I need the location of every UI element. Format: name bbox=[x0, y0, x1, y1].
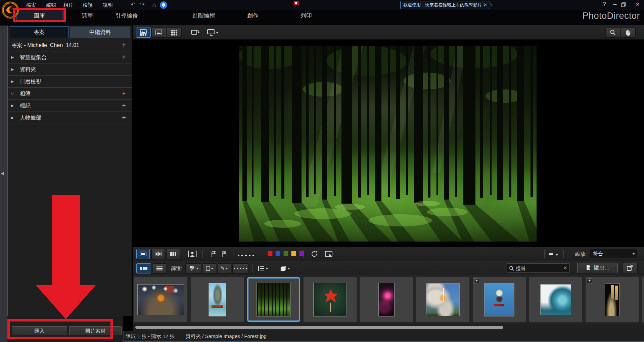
settings-gear-icon[interactable]: ☼ bbox=[150, 0, 158, 10]
thumbnail-basketball-dunk[interactable] bbox=[134, 277, 187, 322]
thumbnail-forest-selected[interactable] bbox=[247, 277, 300, 322]
open-external-window-button[interactable] bbox=[622, 263, 638, 273]
add-icon[interactable]: + bbox=[121, 88, 127, 99]
filter-flags-button[interactable] bbox=[185, 263, 201, 273]
menu-photo[interactable]: 相片 bbox=[61, 0, 75, 10]
secondary-monitor-button[interactable] bbox=[204, 28, 222, 38]
expand-arrow-icon[interactable]: ▶ bbox=[11, 63, 16, 75]
tab-library[interactable]: 圖庫 bbox=[16, 11, 62, 21]
expand-arrow-icon[interactable]: ▶ bbox=[11, 51, 16, 63]
add-icon[interactable]: + bbox=[121, 39, 127, 51]
thumbnail-rocket-launch[interactable] bbox=[416, 277, 469, 322]
expand-arrow-icon[interactable]: ▷ bbox=[11, 88, 16, 99]
zoom-tool-button[interactable] bbox=[605, 28, 620, 38]
adjusted-badge-icon: ± bbox=[474, 278, 479, 284]
filter-color-label-button[interactable] bbox=[203, 263, 216, 273]
menu-edit[interactable]: 編輯 bbox=[44, 0, 58, 10]
filter-edited-button[interactable]: ✎ bbox=[218, 263, 231, 273]
notification-bell-icon[interactable] bbox=[160, 1, 167, 9]
single-view-button[interactable] bbox=[136, 249, 150, 259]
stock-images-button[interactable]: 圖片素材 bbox=[69, 326, 122, 335]
list-options-button[interactable] bbox=[548, 250, 559, 260]
collapse-arrow-icon[interactable]: ◀ bbox=[1, 171, 4, 176]
sidebar-collapse-strip[interactable]: ◀ bbox=[0, 10, 7, 342]
sidebar-item-folders[interactable]: ▶ 資料夾 bbox=[8, 63, 132, 76]
help-button[interactable]: ? bbox=[599, 0, 609, 9]
color-label-green[interactable] bbox=[283, 251, 288, 256]
tab-adjustment[interactable]: 調整 bbox=[74, 11, 101, 21]
recording-indicator bbox=[293, 1, 299, 5]
filmstrip-thumbnail-view-button[interactable] bbox=[136, 263, 151, 273]
welcome-close-icon[interactable]: ✕ bbox=[484, 1, 487, 9]
minimize-button[interactable]: ─ bbox=[610, 0, 620, 9]
add-icon[interactable]: + bbox=[121, 100, 127, 112]
export-button[interactable]: 匯出... bbox=[577, 263, 617, 273]
zoom-label: 縮放: bbox=[575, 247, 587, 261]
star-rating-dots[interactable] bbox=[237, 252, 255, 258]
menu-file[interactable]: 檔案 bbox=[24, 0, 38, 10]
thumbnail-skateboarder[interactable]: ± bbox=[473, 277, 526, 322]
sidebar-item-faces[interactable]: ▶ 人物臉部 + bbox=[8, 112, 132, 124]
thumbnail-dark-window[interactable]: ± bbox=[586, 277, 639, 322]
face-tag-button[interactable] bbox=[185, 249, 199, 259]
tab-print[interactable]: 列印 bbox=[293, 11, 320, 21]
rotate-display-button[interactable] bbox=[187, 28, 203, 38]
search-clear-icon[interactable]: ✕ bbox=[563, 265, 567, 270]
sidebar-tab-project[interactable]: 專案 bbox=[10, 26, 69, 38]
thumbnail-maple-leaf[interactable] bbox=[304, 277, 357, 322]
add-icon[interactable]: + bbox=[121, 51, 127, 63]
sidebar-tab-metadata[interactable]: 中繼資料 bbox=[70, 26, 131, 38]
expand-arrow-icon[interactable]: ▶ bbox=[11, 76, 16, 87]
multi-view-button[interactable] bbox=[167, 249, 180, 259]
tab-guided-edit[interactable]: 引導編修 bbox=[106, 11, 147, 21]
flag-reject-button[interactable] bbox=[219, 249, 229, 259]
pan-hand-button[interactable] bbox=[621, 28, 636, 38]
filter-rating-button[interactable] bbox=[232, 263, 248, 273]
tab-create[interactable]: 創作 bbox=[239, 11, 266, 21]
color-label-yellow[interactable] bbox=[291, 251, 296, 256]
restore-button[interactable] bbox=[621, 0, 631, 9]
redo-icon[interactable]: ↷ bbox=[138, 0, 147, 10]
add-icon[interactable]: + bbox=[121, 112, 127, 124]
thumbnail-ocean-wave[interactable] bbox=[529, 277, 582, 322]
sidebar-item-tags[interactable]: ▶ 標記 + bbox=[8, 100, 132, 112]
view-single-photo-button[interactable] bbox=[151, 28, 166, 38]
filmstrip-scrollbar[interactable] bbox=[133, 324, 644, 331]
expand-arrow-icon[interactable]: ▶ bbox=[11, 100, 16, 112]
filmstrip-list-view-button[interactable] bbox=[153, 263, 166, 273]
scrollbar-thumb[interactable] bbox=[135, 326, 503, 329]
color-label-blue[interactable] bbox=[275, 251, 280, 256]
thumbnail-boat-karst[interactable] bbox=[191, 277, 244, 322]
menu-help[interactable]: 說明 bbox=[101, 0, 115, 10]
pencil-icon: ✎ bbox=[221, 265, 225, 271]
import-button[interactable]: 匯入 bbox=[12, 326, 67, 335]
sort-order-button[interactable] bbox=[256, 263, 270, 273]
zoom-fit-dropdown[interactable]: 符合 bbox=[590, 249, 638, 258]
zoom-value: 符合 bbox=[593, 251, 603, 256]
color-label-red[interactable] bbox=[268, 251, 273, 256]
sidebar-item-calendar-view[interactable]: ▶ 日曆檢視 bbox=[8, 76, 132, 88]
undo-icon[interactable]: ↶ bbox=[129, 0, 137, 10]
sidebar-item-smart-collection[interactable]: ▶ 智慧型集合 + bbox=[8, 51, 132, 63]
view-grid-button[interactable] bbox=[167, 28, 182, 38]
view-photo-filmstrip-button[interactable] bbox=[136, 28, 151, 38]
menu-separator bbox=[126, 2, 126, 8]
project-title-row[interactable]: 專案 - Michelle_Chen_14.01 + bbox=[8, 39, 132, 51]
rotate-left-button[interactable] bbox=[309, 249, 320, 259]
search-input[interactable] bbox=[516, 264, 559, 272]
sidebar-item-label: 相簿 bbox=[20, 88, 31, 99]
menu-view[interactable]: 檢視 bbox=[81, 0, 95, 10]
expand-arrow-icon[interactable]: ▶ bbox=[11, 112, 16, 124]
thumbnail-neon-sign[interactable] bbox=[360, 277, 413, 322]
sidebar-item-albums[interactable]: ▷ 相簿 + bbox=[8, 88, 132, 100]
window-photo bbox=[605, 283, 619, 316]
tab-advanced-edit[interactable]: 進階編輯 bbox=[184, 11, 224, 21]
filmstrip: ± ± bbox=[133, 275, 644, 324]
compare-view-button[interactable] bbox=[151, 249, 165, 259]
thumbnail-partial[interactable] bbox=[642, 277, 644, 322]
crop-straighten-button[interactable] bbox=[323, 249, 335, 259]
stack-photos-button[interactable] bbox=[278, 263, 292, 273]
close-button[interactable]: ✕ bbox=[633, 0, 643, 9]
menu-bar: 檔案 編輯 相片 檢視 說明 ↶ ↷ ☼ 歡迎使用，快來看看輕鬆上手的教學影片！… bbox=[0, 0, 644, 10]
photo-viewer[interactable] bbox=[133, 40, 644, 247]
